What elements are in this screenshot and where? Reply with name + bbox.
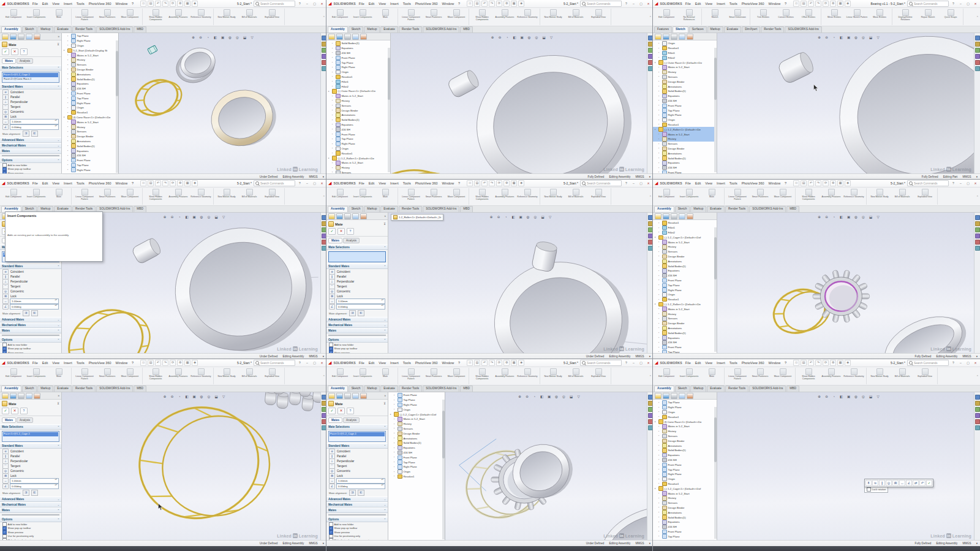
ribbon-button-smart-fasteners[interactable]: Smart Fasteners: [749, 188, 771, 205]
tree-expand-icon[interactable]: ▪: [658, 332, 661, 334]
ribbon-button-linear-sketch-pattern[interactable]: Linear Sketch Pattern: [846, 9, 868, 25]
checkbox[interactable]: ✓: [2, 351, 7, 353]
ribbon-button-assembly-features[interactable]: Assembly Features: [494, 9, 516, 25]
ribbon-button-linear-component-pattern[interactable]: Linear Component Pattern: [726, 368, 748, 384]
panel-tab-1[interactable]: [336, 34, 343, 40]
help-icon[interactable]: ?: [951, 181, 956, 186]
tree-item[interactable]: ▪Design Binder: [653, 146, 717, 151]
status-units[interactable]: MMGS: [635, 175, 644, 178]
previous-view-icon[interactable]: ◔: [831, 214, 837, 220]
tree-expand-icon[interactable]: ▪: [658, 51, 661, 54]
tree-expand-icon[interactable]: ▪: [67, 68, 70, 70]
design-library-icon[interactable]: [322, 42, 326, 47]
ok-button[interactable]: ✓: [328, 228, 336, 235]
ribbon-button-new-motion-study[interactable]: New Motion Study: [542, 368, 564, 384]
tree-expand-icon[interactable]: ▪: [332, 71, 334, 74]
tree-expand-icon[interactable]: ▪: [658, 435, 661, 437]
tree-expand-icon[interactable]: ▪: [658, 458, 661, 461]
tree-expand-icon[interactable]: ▪: [658, 430, 661, 433]
previous-view-icon[interactable]: ◔: [831, 393, 837, 400]
section-view-icon[interactable]: ◧: [839, 214, 845, 220]
tree-item[interactable]: ▪Solid Bodies(1): [653, 89, 717, 94]
tab-sketch[interactable]: Sketch: [675, 206, 690, 212]
ribbon-button-bill-of-materials[interactable]: Bill of Materials: [891, 368, 913, 384]
angle-input[interactable]: 0.00deg▴▾: [10, 304, 59, 310]
tree-expand-icon[interactable]: ▪: [658, 56, 661, 59]
tree-item[interactable]: ▪Annotations: [653, 259, 717, 264]
save-icon[interactable]: ▤: [148, 1, 154, 7]
zoom-area-icon[interactable]: ⊖: [824, 214, 830, 220]
minimize-button[interactable]: –: [304, 181, 310, 186]
section-options[interactable]: Options⌃: [326, 517, 388, 522]
tree-expand-icon[interactable]: ▪: [658, 42, 661, 45]
tree-expand-icon[interactable]: ▪: [658, 449, 661, 452]
open-icon[interactable]: □: [467, 1, 473, 7]
tree-item[interactable]: ▪History: [62, 58, 118, 63]
tab-render-tools[interactable]: Render Tools: [761, 26, 784, 32]
tab-solidworks-add-ins[interactable]: SOLIDWORKS Add-Ins: [423, 26, 459, 32]
tree-item[interactable]: ▪Annotations: [653, 326, 717, 331]
tab-surfaces[interactable]: Surfaces: [689, 26, 707, 32]
panel-tab-2[interactable]: [344, 34, 351, 40]
menu-window[interactable]: Window: [767, 361, 782, 365]
panel-tab-3[interactable]: [26, 34, 32, 40]
file-explorer-icon[interactable]: [975, 48, 980, 53]
tree-expand-icon[interactable]: ▪: [332, 75, 334, 78]
appearances-icon[interactable]: [975, 419, 980, 424]
ribbon-button-insert-components[interactable]: Insert Components: [352, 188, 374, 205]
aligned-button[interactable]: ⇉: [349, 310, 356, 316]
ribbon-button-insert-components[interactable]: Insert Components: [352, 368, 374, 384]
undo-icon[interactable]: ↶: [481, 360, 488, 366]
command-search[interactable]: Search Commands: [580, 1, 622, 7]
tree-item[interactable]: ▪Mates in 5-2_Start: [388, 417, 445, 422]
tree-item[interactable]: ▪Mates in 5-2_Start: [653, 65, 717, 70]
menu-photoview-360[interactable]: PhotoView 360: [88, 181, 113, 185]
tree-scrollbar[interactable]: [442, 400, 445, 539]
tab-render-tools[interactable]: Render Tools: [399, 386, 422, 392]
rebuild-icon[interactable]: ⟳: [823, 1, 829, 7]
mate-type-parallel[interactable]: ∥Parallel: [0, 454, 61, 458]
section-advanced-mates[interactable]: Advanced Mates⌄: [326, 317, 388, 322]
tree-expand-icon[interactable]: ▪: [67, 154, 70, 157]
tree-expand-icon[interactable]: ▸: [655, 61, 657, 64]
tree-item[interactable]: ▪Annotations: [653, 443, 717, 448]
home-icon[interactable]: [322, 395, 326, 400]
ribbon-button-exploded-view[interactable]: Exploded View: [261, 188, 283, 205]
tree-scrollbar-thumb[interactable]: [388, 58, 390, 100]
zoom-fit-icon[interactable]: ⊕: [489, 34, 496, 40]
cancel-button[interactable]: ✕: [337, 408, 345, 414]
tree-expand-icon[interactable]: ▸: [64, 49, 66, 51]
mate-type-tangent[interactable]: ⌒Tangent: [326, 284, 388, 289]
tree-expand-icon[interactable]: ▪: [332, 80, 334, 83]
menu-photoview-360[interactable]: PhotoView 360: [741, 2, 766, 6]
anti-aligned-button[interactable]: ⇇: [31, 131, 38, 137]
ribbon-button-show-hidden-components[interactable]: Show Hidden Components: [145, 9, 167, 25]
options-icon[interactable]: ▦: [837, 180, 843, 186]
menu-tools[interactable]: Tools: [75, 361, 86, 365]
tree-expand-icon[interactable]: ▪: [658, 322, 661, 325]
file-explorer-icon[interactable]: [322, 48, 326, 53]
tree-expand-icon[interactable]: ▪: [658, 147, 661, 150]
checkbox[interactable]: [867, 487, 871, 492]
zoom-fit-icon[interactable]: ⊕: [816, 214, 823, 220]
open-icon[interactable]: □: [140, 180, 146, 186]
menu--[interactable]: ?: [457, 361, 461, 365]
tree-expand-icon[interactable]: ▪: [332, 104, 334, 107]
anti-aligned-button[interactable]: ⇇: [358, 310, 364, 316]
tab-evaluate[interactable]: Evaluate: [54, 26, 72, 32]
ribbon-button-reference-geometry[interactable]: Reference Geometry: [190, 9, 212, 25]
ribbon-button-reference-geometry[interactable]: Reference Geometry: [843, 188, 865, 205]
section-view-icon[interactable]: ◧: [213, 34, 219, 40]
open-icon[interactable]: □: [140, 360, 146, 366]
mode-tab-mates[interactable]: Mates: [2, 58, 16, 64]
tree-item[interactable]: ▪Solid Bodies(1): [653, 448, 717, 453]
close-button[interactable]: ✕: [319, 360, 325, 365]
section-mechanical-mates[interactable]: Mechanical Mates⌄: [0, 143, 61, 148]
tab-assembly[interactable]: Assembly: [1, 386, 21, 392]
distance-input[interactable]: 1.00mm▴▾: [10, 478, 59, 484]
tree-item[interactable]: ▪Top Plane: [62, 163, 118, 168]
tree-expand-icon[interactable]: ▪: [658, 416, 661, 418]
spinner-icon[interactable]: ▴▾: [55, 125, 57, 129]
viewport-canvas[interactable]: [717, 33, 980, 173]
mates-list-box[interactable]: [2, 155, 59, 156]
